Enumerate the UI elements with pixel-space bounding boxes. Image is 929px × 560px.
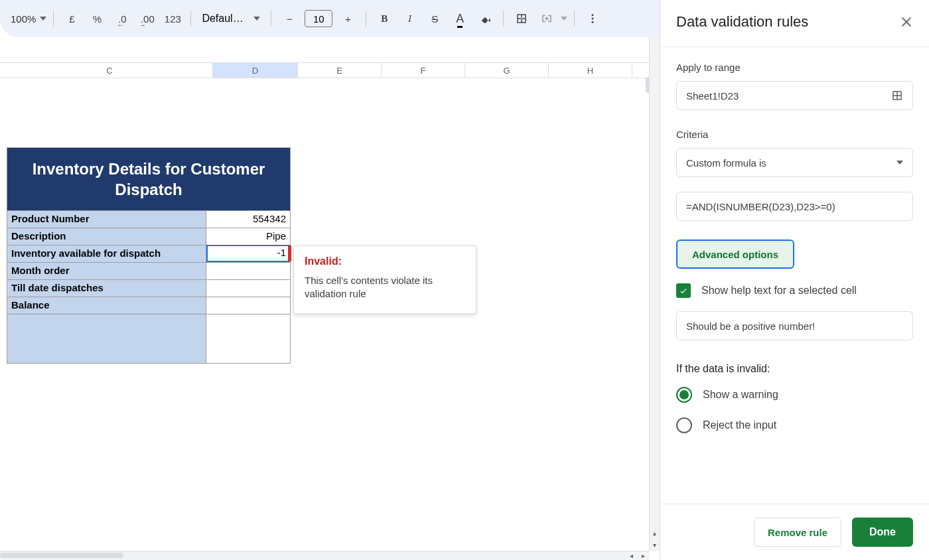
apply-range-input[interactable]: Sheet1!D23 — [676, 81, 913, 110]
font-family-select[interactable]: Defaul… — [198, 13, 264, 25]
scroll-left-icon[interactable]: ◂ — [625, 551, 637, 560]
panel-header: Data validation rules — [660, 0, 929, 47]
separator — [271, 11, 271, 27]
table-row: Till date dispatches — [7, 279, 290, 297]
separator — [190, 11, 191, 27]
tooltip-heading: Invalid: — [305, 255, 465, 267]
validation-error-flag — [288, 245, 291, 261]
svg-point-0 — [592, 14, 594, 16]
font-family-value: Defaul… — [202, 13, 243, 25]
fill-color-button[interactable] — [474, 7, 496, 30]
paint-bucket-icon — [479, 13, 491, 25]
invalid-data-label: If the data is invalid: — [676, 363, 913, 375]
validation-tooltip: Invalid: This cell's contents violate it… — [293, 245, 476, 314]
help-text-checkbox-row: Show help text for a selected cell — [676, 283, 913, 298]
row-value[interactable]: 554342 — [206, 210, 290, 228]
check-icon — [679, 286, 688, 295]
separator — [53, 11, 54, 27]
caret-down-icon — [253, 17, 260, 21]
row-value[interactable] — [206, 262, 290, 279]
row-label[interactable]: Balance — [7, 297, 206, 314]
row-label[interactable]: Inventory available for dispatch — [7, 245, 206, 262]
decrease-decimal-button[interactable]: .0← — [111, 7, 133, 30]
select-range-icon[interactable] — [891, 90, 903, 102]
text-color-button[interactable]: A — [449, 7, 471, 30]
horizontal-scrollbar[interactable]: ◂▸ — [0, 551, 649, 560]
separator — [574, 11, 575, 27]
reject-input-radio-row: Reject the input — [676, 417, 913, 433]
col-header-C[interactable]: C — [7, 63, 213, 78]
panel-footer: Remove rule Done — [660, 504, 929, 560]
strikethrough-button[interactable]: S — [423, 7, 446, 30]
horizontal-scroll-thumb[interactable] — [0, 553, 123, 558]
font-size-input[interactable]: 10 — [305, 10, 332, 27]
scroll-up-icon[interactable]: ▴ — [650, 527, 660, 539]
col-header-G[interactable]: G — [465, 63, 549, 78]
apply-range-label: Apply to range — [676, 62, 913, 73]
help-text-checkbox-label: Show help text for a selected cell — [701, 285, 857, 297]
apply-range-value: Sheet1!D23 — [686, 90, 739, 102]
show-warning-radio[interactable] — [676, 387, 692, 403]
close-panel-button[interactable] — [900, 15, 913, 29]
number-format-button[interactable]: 123 — [161, 7, 184, 30]
help-text-checkbox[interactable] — [676, 283, 691, 298]
scroll-right-icon[interactable]: ▸ — [637, 551, 649, 560]
col-header-D[interactable]: D — [213, 63, 298, 78]
vertical-scrollbar[interactable]: ▴▾ — [649, 37, 660, 551]
advanced-options-button[interactable]: Advanced options — [676, 240, 794, 269]
inventory-table: Inventory Details for Customer Dispatch … — [7, 147, 291, 364]
scroll-down-icon[interactable]: ▾ — [650, 539, 660, 551]
reject-input-radio[interactable] — [676, 417, 692, 433]
tooltip-body: This cell's contents violate its validat… — [305, 274, 465, 301]
row-value[interactable] — [206, 297, 290, 314]
help-text-input[interactable]: Should be a positive number! — [676, 311, 913, 340]
data-validation-panel: Data validation rules Apply to range She… — [660, 0, 929, 560]
row-label[interactable]: Description — [7, 228, 206, 245]
row-value[interactable] — [206, 279, 290, 297]
merge-cells-button[interactable] — [536, 7, 558, 30]
active-cell-value: -1 — [277, 247, 286, 258]
currency-button[interactable]: £ — [60, 7, 83, 30]
borders-icon — [516, 13, 528, 25]
table-row — [7, 314, 290, 363]
merge-dropdown-icon[interactable] — [561, 17, 567, 21]
svg-point-2 — [592, 21, 594, 23]
panel-body: Apply to range Sheet1!D23 Criteria Custo… — [660, 47, 929, 504]
row-value[interactable] — [206, 314, 290, 363]
col-header-F[interactable]: F — [382, 63, 465, 78]
row-value[interactable]: Pipe — [206, 228, 290, 245]
row-label[interactable]: Month order — [7, 262, 206, 279]
spreadsheet-area: C D E F G H Inventory Details for Custom… — [0, 37, 660, 560]
increase-font-size-button[interactable]: + — [336, 7, 359, 30]
col-header-H[interactable]: H — [549, 63, 632, 78]
show-warning-label: Show a warning — [703, 389, 778, 401]
increase-decimal-button[interactable]: .00→ — [136, 7, 159, 30]
formula-input[interactable]: =AND(ISNUMBER(D23),D23>=0) — [676, 192, 913, 221]
remove-rule-button[interactable]: Remove rule — [754, 518, 841, 547]
caret-down-icon — [896, 161, 903, 165]
italic-button[interactable]: I — [398, 7, 421, 30]
separator — [366, 11, 366, 27]
done-button[interactable]: Done — [852, 518, 913, 547]
row-label[interactable] — [7, 314, 206, 363]
table-row: Inventory available for dispatch -1 — [7, 245, 290, 262]
row-label[interactable]: Till date dispatches — [7, 279, 206, 297]
row-label[interactable]: Product Number — [7, 210, 206, 228]
decrease-font-size-button[interactable]: − — [278, 7, 301, 30]
zoom-level[interactable]: 100% — [11, 13, 36, 25]
table-title: Inventory Details for Customer Dispatch — [7, 148, 290, 210]
percent-button[interactable]: % — [86, 7, 108, 30]
criteria-label: Criteria — [676, 129, 913, 140]
zoom-dropdown-icon[interactable] — [40, 17, 46, 21]
active-cell[interactable]: -1 — [206, 245, 290, 262]
table-row: Description Pipe — [7, 228, 290, 245]
col-header-E[interactable]: E — [298, 63, 382, 78]
formula-value: =AND(ISNUMBER(D23),D23>=0) — [686, 201, 835, 212]
more-button[interactable] — [581, 7, 604, 30]
criteria-select[interactable]: Custom formula is — [676, 148, 913, 177]
bold-button[interactable]: B — [373, 7, 395, 30]
show-warning-radio-row: Show a warning — [676, 387, 913, 403]
table-row: Balance — [7, 297, 290, 314]
borders-button[interactable] — [510, 7, 533, 30]
table-row: Month order — [7, 262, 290, 279]
